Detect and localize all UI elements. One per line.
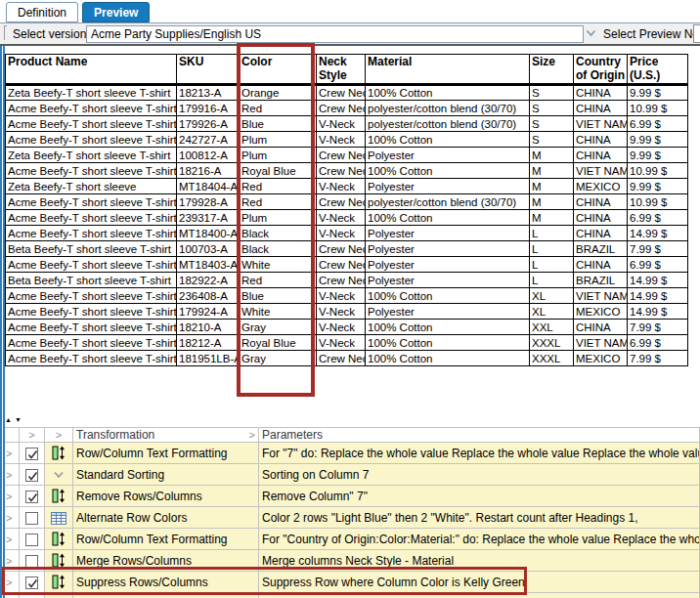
row-expander[interactable]: > — [4, 572, 20, 593]
table-cell: Crew Neck — [317, 273, 366, 288]
table-row[interactable]: Beta Beefy-T short sleeve T-shirt100703-… — [6, 241, 688, 257]
row-expander[interactable]: > — [4, 443, 20, 464]
sort-arrows[interactable]: ▲▼ — [5, 416, 24, 423]
table-cell: MEXICO — [574, 351, 628, 366]
table-cell: V-Neck — [317, 210, 366, 226]
table-row[interactable]: Acme Beefy-T short sleeve T-shirt179916-… — [6, 101, 688, 116]
table-row[interactable]: Acme Beefy-T short sleeve T-shirt18212-A… — [6, 335, 688, 351]
column-header[interactable]: SKU — [177, 55, 240, 85]
table-row[interactable]: Acme Beefy-T short sleeve T-shirt179926-… — [6, 116, 688, 132]
transformation-row[interactable]: >Standard SortingSorting on Column 7 — [4, 464, 700, 486]
enabled-checkbox[interactable] — [25, 555, 38, 568]
transformation-column-label: Transformation — [76, 428, 154, 442]
column-header[interactable]: Size — [530, 55, 574, 85]
table-row[interactable]: Acme Beefy-T short sleeve T-shirt18210-A… — [6, 320, 688, 335]
row-expander[interactable]: > — [4, 529, 20, 550]
tab-preview[interactable]: Preview — [82, 2, 150, 22]
table-row[interactable]: Acme Beefy-T short sleeve T-shirt179924-… — [6, 304, 688, 320]
transformation-name[interactable]: Row/Column Text Formatting — [73, 529, 259, 550]
transformation-row[interactable]: >Remove Rows/ColumnsRemove Column" 7" — [4, 486, 700, 507]
transformation-row[interactable]: >Alternate Row ColorsColor 2 rows "Light… — [4, 507, 700, 529]
table-cell: 7.99 $ — [628, 241, 688, 257]
table-cell: M — [530, 179, 574, 194]
table-cell: 6.99 $ — [628, 116, 688, 132]
table-cell: V-Neck — [317, 116, 366, 132]
chevron-down-icon — [53, 470, 65, 480]
table-row[interactable]: Zeta Beefy-T short sleeve T-shirt100812-… — [6, 148, 688, 163]
checkbox-cell — [20, 486, 45, 507]
table-cell: 100% Cotton — [366, 85, 530, 101]
table-row[interactable]: Acme Beefy-T short sleeve T-shirt18216-A… — [6, 163, 688, 179]
transformation-name[interactable]: Row/Column Text Formatting — [73, 443, 259, 464]
table-row[interactable]: Acme Beefy-T short sleeve T-shirtMT18403… — [6, 257, 688, 273]
parameters-column-label: Parameters — [262, 428, 323, 442]
table-cell: 239317-A — [177, 210, 240, 226]
transformation-row[interactable]: >Merge Rows/ColumnsMerge columns Neck St… — [4, 550, 700, 572]
enabled-checkbox[interactable] — [25, 534, 38, 546]
chevron-down-icon[interactable] — [586, 29, 596, 37]
row-expander[interactable]: > — [4, 486, 20, 507]
column-header[interactable]: Country of Origin — [574, 55, 628, 85]
enabled-checkbox[interactable] — [25, 469, 38, 482]
version-combobox[interactable]: Acme Party Supplies/English US — [86, 25, 584, 43]
table-cell: XL — [530, 304, 574, 320]
table-cell: 100% Cotton — [366, 320, 530, 335]
column-header[interactable]: Product Name — [6, 55, 177, 85]
icon-column-header[interactable]: > — [45, 428, 73, 443]
tab-definition[interactable]: Definition — [6, 2, 78, 22]
transformation-name[interactable]: Suppress Rows/Columns — [73, 572, 259, 593]
transformation-name[interactable]: Remove Rows/Columns — [73, 486, 259, 507]
table-row[interactable]: Acme Beefy-T short sleeve T-shirtMT18400… — [6, 226, 688, 241]
row-expander[interactable]: > — [4, 507, 20, 529]
table-row[interactable]: Acme Beefy-T short sleeve T-shirt236408-… — [6, 288, 688, 304]
table-cell: 100% Cotton — [366, 335, 530, 351]
sort-down-icon[interactable]: ▼ — [15, 416, 24, 423]
table-cell: Acme Beefy-T short sleeve T-shirt — [6, 257, 177, 273]
table-row[interactable]: Acme Beefy-T short sleeve T-shirt242727-… — [6, 132, 688, 148]
table-cell: 9.99 $ — [628, 148, 688, 163]
table-cell: Polyester — [366, 241, 530, 257]
column-header[interactable]: Material — [366, 55, 530, 85]
table-cell: CHINA — [574, 148, 628, 163]
preview-node-input[interactable] — [693, 24, 700, 43]
transformation-row[interactable]: >Suppress Rows/ColumnsSuppress Row where… — [4, 572, 700, 593]
table-cell: Plum — [240, 148, 317, 163]
table-cell: M — [530, 210, 574, 226]
parameters-column-header[interactable]: Parameters — [259, 428, 700, 443]
table-row[interactable]: Beta Beefy-T short sleeve T-shirt182922-… — [6, 273, 688, 288]
table-row[interactable]: Zeta Beefy-T short sleeveMT18404-ARedV-N… — [6, 179, 688, 194]
table-cell: CHINA — [574, 85, 628, 101]
icon-cell — [45, 507, 73, 529]
enabled-checkbox[interactable] — [25, 577, 38, 589]
transformation-header-row: > > Transformation > Parameters — [4, 428, 700, 443]
table-cell: Gray — [240, 320, 317, 335]
transformation-name[interactable]: Merge Rows/Columns — [73, 550, 259, 572]
table-row[interactable]: Zeta Beefy-T short sleeve T-shirt18213-A… — [6, 85, 688, 101]
checkbox-column-header[interactable]: > — [20, 428, 45, 443]
table-cell: 18216-A — [177, 163, 240, 179]
enabled-checkbox[interactable] — [25, 512, 38, 525]
column-header[interactable]: Color — [240, 55, 317, 85]
table-row[interactable]: Acme Beefy-T short sleeve T-shirt179928-… — [6, 194, 688, 210]
row-expander[interactable] — [4, 593, 20, 598]
column-header[interactable]: Price (U.S.) — [628, 55, 688, 85]
row-expander[interactable]: > — [4, 464, 20, 486]
transformation-name[interactable] — [73, 593, 259, 598]
sort-up-icon[interactable]: ▲ — [5, 416, 15, 423]
enabled-checkbox[interactable] — [25, 491, 38, 503]
column-header[interactable]: Neck Style — [317, 55, 366, 85]
transformation-name[interactable]: Standard Sorting — [73, 464, 259, 486]
table-row[interactable]: Acme Beefy-T short sleeve T-shirt239317-… — [6, 210, 688, 226]
version-combobox-value: Acme Party Supplies/English US — [91, 27, 261, 41]
enabled-checkbox[interactable] — [25, 448, 38, 460]
table-cell: 6.99 $ — [628, 335, 688, 351]
row-column-format-icon — [52, 532, 66, 546]
table-cell: V-Neck — [317, 132, 366, 148]
transformation-row[interactable]: >Row/Column Text FormattingFor "Country … — [4, 529, 700, 550]
transformation-name[interactable]: Alternate Row Colors — [73, 507, 259, 529]
toolbar-grip[interactable] — [4, 25, 7, 40]
transformation-column-header[interactable]: Transformation > — [73, 428, 259, 443]
row-expander[interactable]: > — [4, 550, 20, 572]
transformation-row[interactable]: >Row/Column Text FormattingFor "7" do: R… — [4, 443, 700, 464]
table-row[interactable]: Acme Beefy-T short sleeve T-shirt181951L… — [6, 351, 688, 366]
